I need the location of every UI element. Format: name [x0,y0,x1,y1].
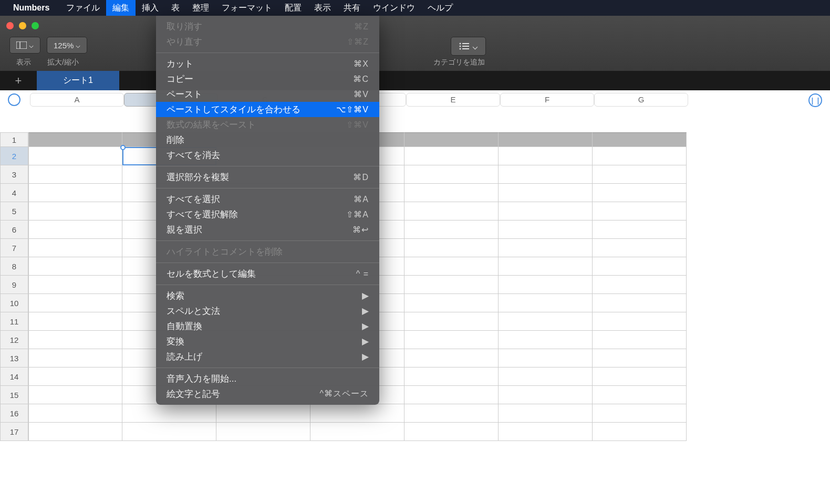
cell[interactable] [499,202,593,220]
cell[interactable] [216,423,310,441]
app-name[interactable]: Numbers [13,3,49,13]
cell[interactable] [28,331,122,349]
row-header-16[interactable]: 16 [0,404,28,423]
cell[interactable] [404,147,499,165]
menu-item-すべてを消去[interactable]: すべてを消去 [156,148,379,163]
column-header-F[interactable]: F [500,93,594,107]
row-header-13[interactable]: 13 [0,349,28,368]
cell[interactable] [593,276,687,294]
row-header-11[interactable]: 11 [0,312,28,331]
cell[interactable] [404,202,499,220]
menu-挿入[interactable]: 挿入 [136,0,165,16]
menu-item-自動置換[interactable]: 自動置換▶ [156,319,379,334]
cell[interactable] [404,184,499,202]
selection-handle[interactable] [120,145,126,150]
cell[interactable] [28,349,122,368]
cell[interactable] [593,165,687,184]
cell[interactable] [499,368,593,386]
cell[interactable] [404,312,499,331]
cell[interactable] [28,423,122,441]
cell[interactable] [593,184,687,202]
cell[interactable] [593,386,687,404]
fullscreen-window-button[interactable] [32,22,39,29]
row-header-1[interactable]: 1 [0,132,28,147]
menu-item-ペースト[interactable]: ペースト⌘V [156,87,379,102]
table-header-cell[interactable] [593,132,687,147]
cell[interactable] [404,257,499,276]
format-panel-toggle[interactable]: ❘❘ [808,93,822,107]
cell[interactable] [593,368,687,386]
row-header-14[interactable]: 14 [0,368,28,386]
cell[interactable] [404,386,499,404]
minimize-window-button[interactable] [19,22,26,29]
cell[interactable] [28,276,122,294]
view-mode-button[interactable]: ⌵ [9,37,40,54]
cell[interactable] [404,331,499,349]
row-header-6[interactable]: 6 [0,220,28,239]
cell[interactable] [28,257,122,276]
cell[interactable] [499,147,593,165]
cell[interactable] [499,294,593,312]
cell[interactable] [28,147,122,165]
close-window-button[interactable] [6,22,14,29]
cell[interactable] [593,349,687,368]
cell[interactable] [499,220,593,239]
column-header-A[interactable]: A [30,93,124,107]
table-select-handle[interactable] [8,93,20,106]
menu-item-スペルと文法[interactable]: スペルと文法▶ [156,303,379,319]
cell[interactable] [593,331,687,349]
cell[interactable] [404,349,499,368]
cell[interactable] [216,404,310,423]
row-header-17[interactable]: 17 [0,423,28,441]
cell[interactable] [499,257,593,276]
cell[interactable] [310,404,404,423]
row-header-10[interactable]: 10 [0,294,28,312]
cell[interactable] [28,368,122,386]
cell[interactable] [593,239,687,257]
cell[interactable] [593,220,687,239]
cell[interactable] [499,312,593,331]
cell[interactable] [499,276,593,294]
zoom-button[interactable]: 125% ⌵ [47,37,87,54]
row-header-12[interactable]: 12 [0,331,28,349]
cell[interactable] [499,404,593,423]
cell[interactable] [122,423,216,441]
menu-item-削除[interactable]: 削除 [156,132,379,148]
menu-item-音声入力を開始...[interactable]: 音声入力を開始... [156,371,379,386]
cell[interactable] [499,184,593,202]
menu-ヘルプ[interactable]: ヘルプ [421,0,459,16]
menu-item-検索[interactable]: 検索▶ [156,288,379,303]
menu-item-選択部分を複製[interactable]: 選択部分を複製⌘D [156,170,379,185]
cell[interactable] [28,404,122,423]
menu-item-読み上げ[interactable]: 読み上げ▶ [156,349,379,364]
cell[interactable] [404,239,499,257]
cell[interactable] [404,165,499,184]
row-header-5[interactable]: 5 [0,202,28,220]
cell[interactable] [28,184,122,202]
cell[interactable] [499,165,593,184]
row-header-3[interactable]: 3 [0,165,28,184]
cell[interactable] [593,423,687,441]
row-header-15[interactable]: 15 [0,386,28,404]
menu-item-カット[interactable]: カット⌘X [156,56,379,71]
cell[interactable] [404,220,499,239]
cell[interactable] [28,294,122,312]
cell[interactable] [593,257,687,276]
row-header-7[interactable]: 7 [0,239,28,257]
cell[interactable] [28,220,122,239]
cell[interactable] [28,386,122,404]
menu-item-コピー[interactable]: コピー⌘C [156,71,379,87]
cell[interactable] [28,239,122,257]
add-category-button[interactable]: ⌵ [451,37,486,56]
menu-表[interactable]: 表 [165,0,186,16]
menu-item-ペーストしてスタイルを合わせる[interactable]: ペーストしてスタイルを合わせる⌥⇧⌘V [156,102,379,117]
column-header-E[interactable]: E [406,93,500,107]
menu-共有[interactable]: 共有 [337,0,367,16]
menu-フォーマット[interactable]: フォーマット [215,0,278,16]
cell[interactable] [499,349,593,368]
cell[interactable] [499,239,593,257]
cell[interactable] [404,423,499,441]
cell[interactable] [404,404,499,423]
menu-item-親を選択[interactable]: 親を選択⌘↩ [156,222,379,237]
table-header-cell[interactable] [28,132,122,147]
